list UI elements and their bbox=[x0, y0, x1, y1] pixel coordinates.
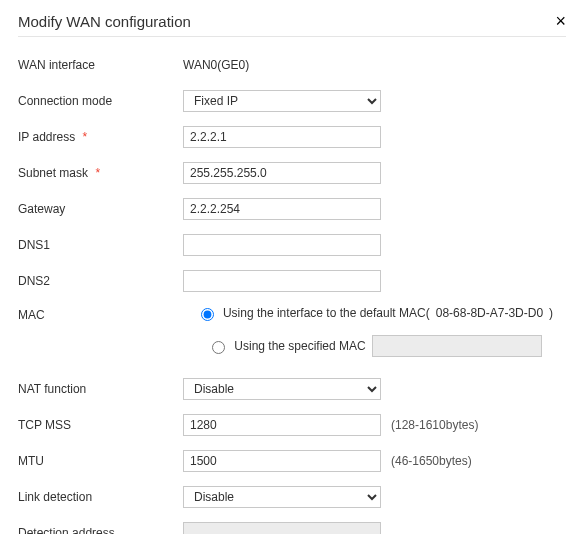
close-icon[interactable]: × bbox=[555, 12, 566, 30]
mac-default-option[interactable]: Using the interface to the default MAC( … bbox=[196, 305, 553, 321]
row-dns2: DNS2 bbox=[18, 269, 566, 293]
label-detection-address: Detection address bbox=[18, 526, 183, 534]
dns1-input[interactable] bbox=[183, 234, 381, 256]
dialog-header: Modify WAN configuration × bbox=[18, 12, 566, 37]
tcp-mss-input[interactable] bbox=[183, 414, 381, 436]
gateway-input[interactable] bbox=[183, 198, 381, 220]
row-nat-function: NAT function Disable bbox=[18, 377, 566, 401]
row-link-detection: Link detection Disable bbox=[18, 485, 566, 509]
required-marker: * bbox=[83, 130, 88, 144]
detection-address-input bbox=[183, 522, 381, 534]
dialog-title: Modify WAN configuration bbox=[18, 13, 191, 30]
label-dns2: DNS2 bbox=[18, 274, 183, 288]
label-tcp-mss: TCP MSS bbox=[18, 418, 183, 432]
label-mac: MAC bbox=[18, 305, 183, 322]
mac-default-value: 08-68-8D-A7-3D-D0 bbox=[436, 306, 543, 320]
link-detection-select[interactable]: Disable bbox=[183, 486, 381, 508]
tcp-mss-hint: (128-1610bytes) bbox=[391, 418, 478, 432]
label-ip-address: IP address * bbox=[18, 130, 183, 144]
row-connection-mode: Connection mode Fixed IP bbox=[18, 89, 566, 113]
label-link-detection: Link detection bbox=[18, 490, 183, 504]
mtu-input[interactable] bbox=[183, 450, 381, 472]
value-wan-interface: WAN0(GE0) bbox=[183, 58, 249, 72]
connection-mode-select[interactable]: Fixed IP bbox=[183, 90, 381, 112]
ip-address-input[interactable] bbox=[183, 126, 381, 148]
label-connection-mode: Connection mode bbox=[18, 94, 183, 108]
mac-default-suffix: ) bbox=[549, 306, 553, 320]
mac-specified-option[interactable]: Using the specified MAC bbox=[207, 335, 541, 357]
subnet-mask-input[interactable] bbox=[183, 162, 381, 184]
label-wan-interface: WAN interface bbox=[18, 58, 183, 72]
row-gateway: Gateway bbox=[18, 197, 566, 221]
label-gateway: Gateway bbox=[18, 202, 183, 216]
row-tcp-mss: TCP MSS (128-1610bytes) bbox=[18, 413, 566, 437]
label-subnet-mask-text: Subnet mask bbox=[18, 166, 88, 180]
mtu-hint: (46-1650bytes) bbox=[391, 454, 472, 468]
label-dns1: DNS1 bbox=[18, 238, 183, 252]
mac-specified-input bbox=[372, 335, 542, 357]
label-subnet-mask: Subnet mask * bbox=[18, 166, 183, 180]
row-mtu: MTU (46-1650bytes) bbox=[18, 449, 566, 473]
modify-wan-dialog: Modify WAN configuration × WAN interface… bbox=[0, 0, 584, 534]
label-mtu: MTU bbox=[18, 454, 183, 468]
mac-specified-label: Using the specified MAC bbox=[234, 339, 365, 353]
row-mac: MAC Using the interface to the default M… bbox=[18, 305, 566, 365]
row-detection-address: Detection address bbox=[18, 521, 566, 534]
row-dns1: DNS1 bbox=[18, 233, 566, 257]
row-subnet-mask: Subnet mask * bbox=[18, 161, 566, 185]
mac-specified-radio[interactable] bbox=[212, 341, 225, 354]
required-marker: * bbox=[95, 166, 100, 180]
row-ip-address: IP address * bbox=[18, 125, 566, 149]
nat-function-select[interactable]: Disable bbox=[183, 378, 381, 400]
mac-default-prefix: Using the interface to the default MAC( bbox=[223, 306, 430, 320]
mac-default-radio[interactable] bbox=[201, 308, 214, 321]
label-ip-address-text: IP address bbox=[18, 130, 75, 144]
dns2-input[interactable] bbox=[183, 270, 381, 292]
label-nat-function: NAT function bbox=[18, 382, 183, 396]
row-wan-interface: WAN interface WAN0(GE0) bbox=[18, 53, 566, 77]
